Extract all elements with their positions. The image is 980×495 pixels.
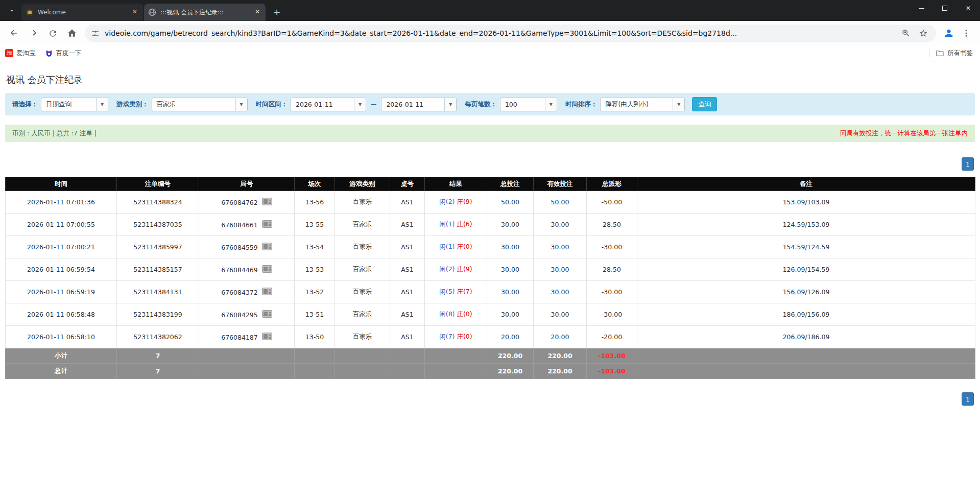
cell-result: 闲(2) 庄(9) xyxy=(425,258,487,281)
bet-record-table: 时间注单编号局号场次游戏类别桌号结果总投注有效投注总派彩备注 2026-01-1… xyxy=(5,177,975,379)
cell-table-number: AS1 xyxy=(390,303,425,326)
video-replay-icon[interactable] xyxy=(262,243,272,252)
table-row: 2026-01-11 07:00:21523114385997676084559… xyxy=(6,236,975,258)
round-number: 676084762 xyxy=(221,198,258,206)
game-type-select[interactable]: 百家乐 ▼ xyxy=(152,98,248,111)
cell-table-number: AS1 xyxy=(390,326,425,348)
chevron-down-icon[interactable]: ▼ xyxy=(96,98,108,111)
filter-bar: 请选择： 日期查询 ▼ 游戏类别： 百家乐 ▼ 时间区间： 2026-01-11… xyxy=(5,93,975,115)
column-header: 场次 xyxy=(295,177,335,191)
video-replay-icon[interactable] xyxy=(262,288,272,297)
sort-value: 降幂(由大到小) xyxy=(601,98,673,111)
video-replay-icon[interactable] xyxy=(262,310,272,319)
browser-menu-icon[interactable] xyxy=(959,26,974,41)
cell-payout: -30.00 xyxy=(587,236,637,258)
forward-icon[interactable] xyxy=(25,25,42,42)
chevron-down-icon[interactable]: ▼ xyxy=(444,98,456,111)
page-number-button[interactable]: 1 xyxy=(962,157,974,171)
tab-welcome[interactable]: Welcome ✕ xyxy=(21,4,143,21)
cell-time: 2026-01-11 06:58:10 xyxy=(6,326,117,348)
result-banker: 庄(0) xyxy=(457,333,472,340)
round-number: 676084559 xyxy=(221,243,258,251)
cell-payout: -20.00 xyxy=(587,326,637,348)
select-label: 请选择： xyxy=(12,100,38,109)
minimize-button[interactable] xyxy=(910,0,933,16)
tab-betrecord[interactable]: :::视讯 会员下注纪录::: ✕ xyxy=(144,4,266,21)
date-start-select[interactable]: 2026-01-11 ▼ xyxy=(291,98,366,111)
cell-bet-id: 523114385157 xyxy=(117,258,199,281)
table-row: 2026-01-11 06:58:10523114382062676084187… xyxy=(6,326,975,348)
bookmark-baidu[interactable]: 百度一下 xyxy=(45,49,82,58)
folder-icon xyxy=(936,50,944,57)
tab-close-icon[interactable]: ✕ xyxy=(253,8,261,16)
column-header: 总派彩 xyxy=(587,177,637,191)
cell-note: 186.09/156.09 xyxy=(637,303,975,326)
query-type-select[interactable]: 日期查询 ▼ xyxy=(41,98,108,111)
cell-session: 13-52 xyxy=(295,281,335,303)
cell-result: 闲(7) 庄(0) xyxy=(425,326,487,348)
refresh-icon[interactable] xyxy=(44,25,61,42)
chevron-down-icon[interactable]: ▼ xyxy=(354,98,366,111)
page-content: 视讯 会员下注纪录 请选择： 日期查询 ▼ 游戏类别： 百家乐 ▼ 时间区间： … xyxy=(0,74,980,406)
date-end-select[interactable]: 2026-01-11 ▼ xyxy=(381,98,457,111)
maximize-button[interactable] xyxy=(933,0,957,16)
cell-valid-bet: 30.00 xyxy=(534,258,587,281)
round-number: 676084661 xyxy=(221,221,258,228)
result-banker: 庄(0) xyxy=(457,310,472,318)
bookmarks-divider xyxy=(929,49,929,57)
cell-session: 13-50 xyxy=(295,326,335,348)
tab-title: :::视讯 会员下注纪录::: xyxy=(160,8,253,17)
cell-result: 闲(2) 庄(9) xyxy=(425,191,487,214)
pagination-top: 1 xyxy=(5,157,974,171)
new-tab-button[interactable]: + xyxy=(270,5,284,19)
bookmark-label: 爱淘宝 xyxy=(16,49,36,58)
baidu-icon xyxy=(45,49,53,57)
video-replay-icon[interactable] xyxy=(262,220,272,229)
summary-notice: 同局有效投注，统一计算在该局第一张注单内 xyxy=(840,129,968,138)
bookmark-star-icon[interactable] xyxy=(917,27,930,40)
chevron-down-icon[interactable]: ▼ xyxy=(235,98,247,111)
video-replay-icon[interactable] xyxy=(262,265,272,274)
page-number-button[interactable]: 1 xyxy=(962,392,974,406)
column-header: 备注 xyxy=(637,177,975,191)
chevron-down-icon[interactable]: ▼ xyxy=(545,98,557,111)
chevron-down-icon[interactable]: ▼ xyxy=(673,98,684,111)
sort-select[interactable]: 降幂(由大到小) ▼ xyxy=(600,98,685,111)
close-button[interactable]: ✕ xyxy=(957,0,980,16)
page-limit-value: 100 xyxy=(500,98,545,111)
tab-search-button[interactable] xyxy=(4,3,19,18)
cell-round: 676084372 xyxy=(199,281,295,303)
window-controls: ✕ xyxy=(910,0,980,16)
bookmark-taobao[interactable]: 淘 爱淘宝 xyxy=(5,49,36,58)
all-bookmarks-button[interactable]: 所有书签 xyxy=(936,49,973,58)
globe-favicon xyxy=(148,8,156,16)
total-row: 总计 7 220.00 220.00 -103.00 xyxy=(6,364,975,379)
video-replay-icon[interactable] xyxy=(262,333,272,342)
video-replay-icon[interactable] xyxy=(262,198,272,207)
table-row: 2026-01-11 06:59:19523114384131676084372… xyxy=(6,281,975,303)
home-icon[interactable] xyxy=(63,25,81,42)
table-row: 2026-01-11 06:58:48523114383199676084295… xyxy=(6,303,975,326)
cell-note: 206.09/186.09 xyxy=(637,326,975,348)
cell-valid-bet: 30.00 xyxy=(534,214,587,236)
profile-icon[interactable] xyxy=(941,26,957,41)
subtotal-count: 7 xyxy=(117,348,199,364)
cell-round: 676084559 xyxy=(199,236,295,258)
address-bar[interactable]: videoie.com/game/betrecord_search/kind3?… xyxy=(85,25,936,42)
site-settings-icon[interactable] xyxy=(91,29,100,38)
cell-round: 676084762 xyxy=(199,191,295,214)
result-banker: 庄(9) xyxy=(457,198,472,205)
back-icon[interactable] xyxy=(5,25,22,42)
page-limit-select[interactable]: 100 ▼ xyxy=(500,98,557,111)
cell-time: 2026-01-11 07:00:21 xyxy=(6,236,117,258)
cell-session: 13-56 xyxy=(295,191,335,214)
total-label: 总计 xyxy=(6,364,117,379)
cell-result: 闲(1) 庄(0) xyxy=(425,236,487,258)
total-total-bet: 220.00 xyxy=(487,364,534,379)
search-button[interactable]: 查询 xyxy=(692,97,717,111)
tab-close-icon[interactable]: ✕ xyxy=(131,8,139,16)
table-row: 2026-01-11 07:00:55523114387035676084661… xyxy=(6,214,975,236)
zoom-icon[interactable] xyxy=(899,27,913,40)
column-header: 有效投注 xyxy=(534,177,587,191)
total-count: 7 xyxy=(117,364,199,379)
